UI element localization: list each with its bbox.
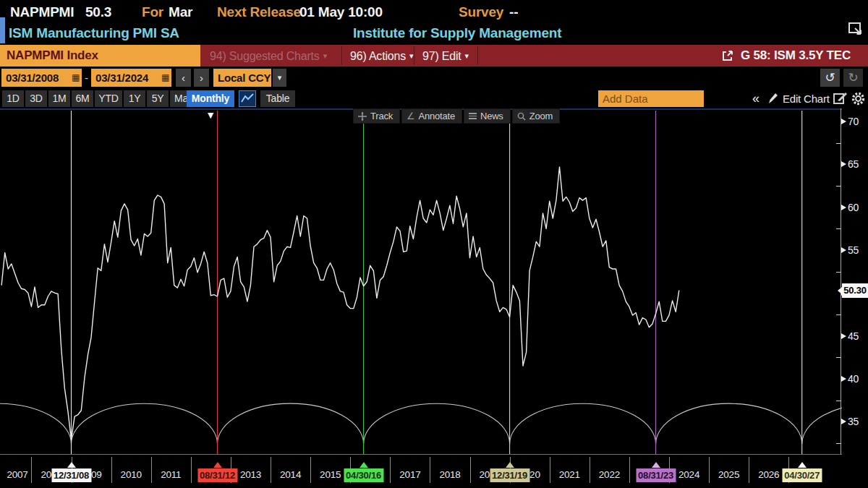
range-button-1d[interactable]: 1D bbox=[2, 90, 24, 107]
news-lines-icon bbox=[469, 111, 477, 121]
y-axis-label: 65 bbox=[848, 158, 859, 170]
quote-header: NAPMPMI 50.3 For Mar Next Release 01 May… bbox=[0, 0, 868, 45]
edit-chart-button[interactable]: Edit Chart bbox=[783, 90, 830, 107]
date-from-field[interactable]: 03/31/2008 bbox=[1, 69, 69, 87]
gear-icon[interactable] bbox=[851, 90, 866, 107]
range-forward-button[interactable]: › bbox=[194, 69, 209, 87]
for-label: For bbox=[142, 4, 163, 20]
actions-button[interactable]: 96) Actions▾ bbox=[350, 45, 413, 67]
calendar-icon[interactable]: ▦ bbox=[69, 69, 82, 87]
x-axis-year-label: 2023 bbox=[639, 468, 660, 481]
open-in-launchpad-icon[interactable] bbox=[721, 49, 734, 62]
range-button-1y[interactable]: 1Y bbox=[124, 90, 145, 107]
range-button-3d[interactable]: 3D bbox=[25, 90, 47, 107]
chart-page-title: G 58: ISM 3.5Y TEC bbox=[741, 45, 851, 67]
add-data-input[interactable] bbox=[598, 90, 704, 107]
y-axis-label: 40 bbox=[848, 373, 859, 385]
x-axis-year-label: 2008 bbox=[41, 468, 61, 481]
menu-separator bbox=[477, 46, 478, 65]
survey-label: Survey bbox=[459, 4, 503, 20]
y-axis-tick-arrow bbox=[841, 247, 846, 253]
event-date-badge[interactable]: 04/30/27 bbox=[782, 468, 822, 482]
event-date-badge[interactable]: 12/31/08 bbox=[51, 468, 91, 482]
edit-button[interactable]: 97) Edit▾ bbox=[422, 45, 469, 67]
x-axis-year-label: 2021 bbox=[559, 468, 580, 481]
event-date-badge[interactable]: 12/31/19 bbox=[490, 468, 529, 482]
range-back-button[interactable]: ‹ bbox=[176, 69, 191, 87]
x-axis-year-label: 2018 bbox=[439, 468, 460, 481]
news-button[interactable]: News bbox=[464, 108, 511, 124]
range-button-5y[interactable]: 5Y bbox=[147, 90, 169, 107]
currency-dropdown-icon[interactable]: ▾ bbox=[273, 69, 286, 87]
x-axis-year-tick bbox=[669, 457, 670, 483]
x-axis-year-tick bbox=[111, 457, 112, 483]
event-marker-triangle bbox=[506, 462, 514, 468]
x-axis-year-label: 2022 bbox=[599, 468, 620, 481]
event-marker-triangle bbox=[798, 462, 807, 468]
chart-tools-bar: Track ∠ Annotate News Zoom bbox=[353, 108, 560, 124]
table-button[interactable]: Table bbox=[260, 90, 295, 107]
x-axis-year-tick bbox=[470, 457, 471, 483]
y-axis-label: 55 bbox=[848, 244, 859, 256]
bloomberg-terminal-screen: NAPMPMI 50.3 For Mar Next Release 01 May… bbox=[0, 0, 868, 488]
y-axis-tick-arrow bbox=[841, 419, 846, 424]
data-source: Institute for Supply Management bbox=[353, 25, 561, 41]
range-button-6m[interactable]: 6M bbox=[72, 90, 93, 107]
y-axis-label: 35 bbox=[848, 416, 859, 427]
x-axis-line bbox=[0, 454, 842, 455]
period-select[interactable]: Monthly ▼ bbox=[187, 90, 234, 107]
ticker-symbol: NAPMPMI bbox=[10, 4, 74, 20]
date-to-field[interactable]: 03/31/2024 bbox=[91, 69, 159, 87]
range-button-ytd[interactable]: YTD bbox=[95, 90, 122, 107]
screen-grab-icon[interactable] bbox=[848, 22, 864, 39]
zoom-button[interactable]: Zoom bbox=[512, 108, 560, 124]
event-marker-triangle bbox=[67, 462, 76, 468]
y-axis-tick-arrow bbox=[841, 376, 846, 382]
x-axis-year-label: 2010 bbox=[121, 468, 142, 481]
redo-button[interactable]: ↻ bbox=[843, 69, 863, 87]
chart-settings-edit-icon[interactable] bbox=[832, 90, 849, 107]
y-axis-label: 70 bbox=[848, 116, 859, 127]
x-axis-year-tick bbox=[350, 457, 351, 483]
event-date-badge[interactable]: 08/31/23 bbox=[636, 468, 676, 482]
x-axis-year-tick bbox=[72, 457, 72, 483]
x-axis-year-label: 2027 bbox=[798, 468, 819, 481]
menu-separator bbox=[414, 46, 414, 65]
crosshair-icon bbox=[358, 112, 367, 121]
chevron-down-icon: ▾ bbox=[461, 51, 469, 60]
x-axis-year-label: 2013 bbox=[240, 468, 261, 481]
currency-select[interactable]: Local CCY bbox=[213, 69, 271, 87]
event-date-badge[interactable]: 08/31/12 bbox=[197, 468, 237, 482]
undo-button[interactable]: ↺ bbox=[820, 69, 840, 87]
y-axis-tick-arrow bbox=[841, 333, 846, 339]
x-axis-year-label: 2017 bbox=[399, 468, 420, 481]
event-date-badge[interactable]: 04/30/16 bbox=[344, 468, 383, 482]
annotate-button[interactable]: ∠ Annotate bbox=[401, 108, 462, 124]
calendar-icon[interactable]: ▦ bbox=[159, 69, 171, 87]
y-axis-tick-arrow bbox=[841, 161, 846, 167]
x-axis-year-label: 2025 bbox=[718, 468, 739, 481]
x-axis-year-label: 2014 bbox=[280, 468, 301, 481]
x-axis-year-tick bbox=[590, 457, 590, 483]
security-input[interactable]: NAPMPMI Index bbox=[0, 45, 200, 67]
event-marker-triangle bbox=[359, 462, 368, 468]
pmi-line-series bbox=[1, 167, 679, 440]
x-axis-year-label: 2007 bbox=[7, 468, 27, 481]
for-value: Mar bbox=[169, 4, 192, 20]
x-axis-year-tick bbox=[231, 457, 231, 483]
security-description: ISM Manufacturing PMI SA bbox=[9, 25, 179, 41]
last-value-badge: 50.30 bbox=[842, 283, 868, 298]
chart-type-button[interactable] bbox=[239, 90, 256, 107]
chart-menu-bar: NAPMPMI Index 94) Suggested Charts▾ 96) … bbox=[0, 45, 868, 67]
x-axis-year-tick bbox=[31, 457, 32, 483]
collapse-panel-button[interactable]: « bbox=[752, 90, 760, 107]
pencil-icon[interactable] bbox=[767, 90, 778, 107]
range-button-1m[interactable]: 1M bbox=[48, 90, 70, 107]
chart-canvas[interactable] bbox=[0, 108, 842, 454]
x-axis-year-tick bbox=[191, 457, 192, 483]
annotate-icon: ∠ bbox=[407, 109, 414, 123]
line-chart-icon bbox=[239, 91, 255, 106]
suggested-charts-button[interactable]: 94) Suggested Charts▾ bbox=[210, 45, 327, 67]
chevron-down-icon: ▾ bbox=[320, 51, 327, 60]
track-button[interactable]: Track bbox=[353, 108, 400, 124]
